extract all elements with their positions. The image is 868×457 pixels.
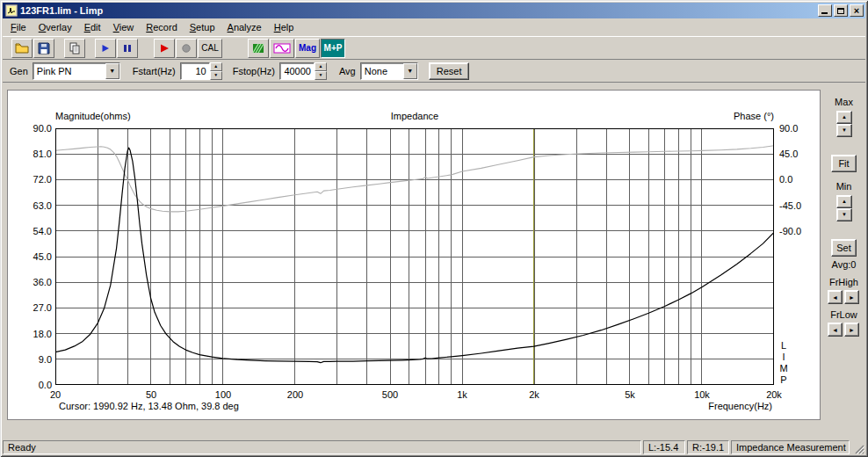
avg-counter: Avg:0 — [822, 259, 865, 270]
frlow-left-button[interactable]: ◄ — [828, 323, 843, 337]
chevron-down-icon: ▼ — [407, 68, 413, 74]
fstop-down-button[interactable]: ▼ — [315, 71, 327, 80]
avg-dropdown-button[interactable]: ▼ — [403, 63, 417, 79]
fstart-input[interactable]: 10 — [180, 62, 210, 80]
phase-tick-label: 45.0 — [779, 149, 798, 159]
phase-tick-label: 90.0 — [779, 123, 798, 134]
avg-selected-value: None — [361, 63, 403, 79]
chevron-down-icon: ▼ — [109, 68, 115, 74]
signal-view-button[interactable] — [270, 39, 294, 58]
gen-select[interactable]: Pink PN ▼ — [33, 62, 120, 80]
minimize-button[interactable] — [818, 4, 832, 17]
resize-grip[interactable] — [851, 440, 864, 454]
menu-edit[interactable]: Edit — [78, 19, 107, 35]
save-floppy-icon — [37, 41, 51, 55]
chart-title: Impedance — [327, 111, 503, 121]
menu-analyze[interactable]: Analyze — [221, 19, 268, 35]
record-stop-button[interactable] — [176, 39, 197, 58]
y-tick-label: 36.0 — [8, 277, 52, 287]
x-tick-label: 100 — [206, 389, 241, 400]
y-tick-label: 54.0 — [8, 226, 52, 236]
measurement-mode: Impedance Measurement — [731, 440, 850, 454]
y-tick-label: 90.0 — [8, 123, 52, 134]
x-tick-label: 2k — [517, 389, 552, 400]
magnitude-phase-view-button[interactable]: M+P — [321, 39, 345, 58]
reset-button[interactable]: Reset — [429, 62, 470, 80]
pause-icon — [120, 41, 134, 55]
frlow-right-button[interactable]: ► — [844, 323, 859, 337]
phase-tick-label: -90.0 — [779, 226, 801, 236]
y-tick-label: 9.0 — [8, 354, 52, 365]
x-tick-label: 200 — [278, 389, 313, 400]
min-label: Min — [822, 181, 865, 192]
fstop-up-button[interactable]: ▲ — [315, 62, 327, 71]
fit-button[interactable]: Fit — [831, 155, 857, 172]
chart-panel: Magnitude(ohms) Impedance Phase (°) 90.0… — [7, 90, 821, 420]
window-title: 123FR1.lim - Limp — [20, 5, 818, 16]
record-start-button[interactable] — [154, 39, 175, 58]
max-down-button[interactable]: ▼ — [836, 124, 852, 137]
frhigh-label: FrHigh — [822, 277, 865, 287]
max-label: Max — [822, 97, 865, 107]
x-tick-label: 10k — [684, 389, 720, 400]
gen-dropdown-button[interactable]: ▼ — [105, 63, 119, 79]
sine-wave-icon — [273, 41, 291, 55]
impedance-plot[interactable] — [55, 128, 774, 385]
min-down-button[interactable]: ▼ — [836, 208, 852, 221]
magnitude-view-button[interactable]: Mag — [295, 39, 320, 58]
spectrum-icon — [251, 41, 265, 55]
gen-label: Gen — [10, 66, 28, 76]
menu-overlay[interactable]: Overlay — [33, 19, 78, 35]
menubar: File Overlay Edit View Record Setup Anal… — [3, 18, 865, 36]
status-bar: Ready L:-15.4 R:-19.1 Impedance Measurem… — [3, 439, 865, 454]
x-tick-label: 5k — [612, 389, 647, 400]
save-file-button[interactable] — [33, 39, 54, 58]
x-tick-label: 1k — [445, 389, 480, 400]
frlow-label: FrLow — [822, 309, 865, 320]
limp-logo: L I M P — [778, 340, 790, 386]
x-tick-label: 20 — [38, 389, 73, 400]
right-level-indicator: R:-19.1 — [687, 440, 729, 454]
cursor-readout: Cursor: 1990.92 Hz, 13.48 Ohm, 39.8 deg — [59, 401, 239, 411]
magnitude-view-label: Mag — [299, 43, 316, 53]
y-tick-label: 63.0 — [8, 200, 52, 211]
record-play-icon — [157, 41, 171, 55]
frhigh-left-button[interactable]: ◄ — [828, 290, 843, 304]
generator-button[interactable] — [95, 39, 116, 58]
fstart-down-button[interactable]: ▼ — [210, 71, 222, 80]
copy-icon — [68, 41, 82, 55]
gen-selected-value: Pink PN — [33, 63, 105, 79]
open-file-button[interactable] — [11, 39, 33, 58]
scale-panel: Max ▲ ▼ Fit Min ▲ ▼ Set Avg:0 FrHigh ◄ ►… — [822, 90, 865, 422]
menu-help[interactable]: Help — [268, 19, 300, 35]
menu-setup[interactable]: Setup — [184, 19, 221, 35]
y-tick-label: 27.0 — [8, 302, 52, 313]
limp-window: 123FR1.lim - Limp × File Overlay Edit Vi… — [0, 0, 868, 457]
frhigh-right-button[interactable]: ► — [844, 290, 859, 304]
fstop-label: Fstop(Hz) — [233, 66, 275, 76]
calibrate-label: CAL — [201, 43, 218, 53]
fstop-input[interactable]: 40000 — [279, 62, 315, 80]
y-tick-label: 72.0 — [8, 174, 52, 185]
fstart-label: Fstart(Hz) — [133, 66, 176, 76]
min-up-button[interactable]: ▲ — [836, 195, 852, 208]
phase-tick-label: -45.0 — [779, 200, 801, 211]
calibrate-button[interactable]: CAL — [198, 39, 222, 58]
spectrum-view-button[interactable] — [248, 39, 269, 58]
avg-label: Avg — [339, 66, 356, 76]
y-tick-label: 18.0 — [8, 329, 52, 339]
pause-button[interactable] — [117, 39, 138, 58]
phase-axis-title: Phase (°) — [686, 111, 774, 121]
set-button[interactable]: Set — [831, 239, 857, 257]
x-axis-title: Frequency(Hz) — [708, 401, 772, 411]
max-up-button[interactable]: ▲ — [836, 111, 852, 124]
menu-view[interactable]: View — [107, 19, 141, 35]
close-button[interactable]: × — [850, 4, 864, 17]
fstart-up-button[interactable]: ▲ — [210, 62, 222, 71]
avg-select[interactable]: None ▼ — [360, 62, 418, 80]
copy-button[interactable] — [64, 39, 85, 58]
minimize-icon — [821, 12, 828, 14]
menu-record[interactable]: Record — [140, 19, 183, 35]
menu-file[interactable]: File — [4, 19, 33, 35]
maximize-button[interactable] — [834, 4, 848, 17]
